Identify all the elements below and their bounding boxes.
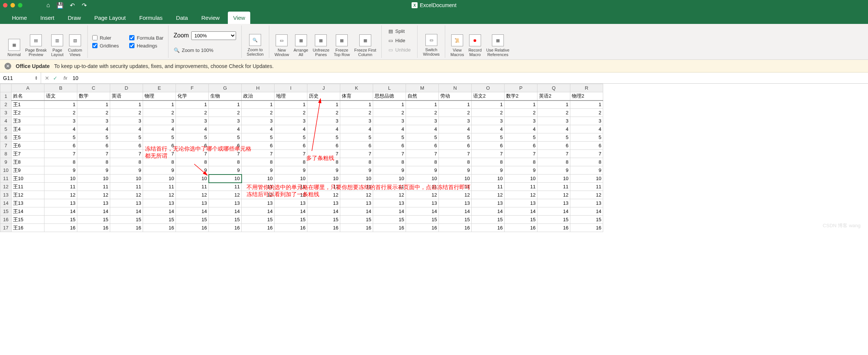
freeze-first-column-button[interactable]: ▦Freeze First Column: [352, 25, 379, 58]
zoom-selection-button[interactable]: 🔍Zoom to Selection: [245, 25, 266, 58]
row-header-17[interactable]: 17: [0, 224, 12, 232]
cell[interactable]: 5: [176, 133, 209, 142]
cell[interactable]: 7: [505, 150, 537, 158]
cell[interactable]: 16: [373, 224, 406, 232]
cell[interactable]: 5: [209, 133, 242, 142]
cell[interactable]: 6: [373, 142, 406, 150]
tab-data[interactable]: Data: [171, 12, 193, 24]
cell[interactable]: 12: [406, 191, 439, 199]
cell[interactable]: 8: [242, 158, 275, 166]
cell[interactable]: 3: [176, 117, 209, 125]
cell[interactable]: 13: [209, 199, 242, 207]
cell[interactable]: 自然: [406, 92, 439, 101]
cell[interactable]: 3: [439, 117, 472, 125]
cell[interactable]: 政治: [242, 92, 275, 101]
cell[interactable]: 3: [570, 117, 603, 125]
cell[interactable]: 8: [570, 158, 603, 166]
cell[interactable]: 地理: [275, 92, 307, 101]
cell[interactable]: 5: [537, 133, 570, 142]
cell[interactable]: 5: [44, 133, 77, 142]
cell[interactable]: 11: [176, 183, 209, 191]
cell[interactable]: 14: [472, 207, 505, 216]
cell[interactable]: 12: [110, 191, 143, 199]
cell[interactable]: 英语: [110, 92, 143, 101]
cell[interactable]: 8: [77, 158, 110, 166]
cell[interactable]: 6: [340, 142, 373, 150]
cell[interactable]: 10: [307, 175, 340, 183]
cell[interactable]: 13: [340, 199, 373, 207]
cell[interactable]: 8: [275, 158, 307, 166]
cell[interactable]: 王2: [12, 109, 44, 117]
cell[interactable]: 6: [472, 142, 505, 150]
cell[interactable]: 7: [439, 150, 472, 158]
cell[interactable]: 1: [143, 101, 176, 109]
new-window-button[interactable]: ▭New Window: [272, 25, 291, 58]
cell[interactable]: 13: [406, 199, 439, 207]
cell[interactable]: 王9: [12, 166, 44, 175]
cell[interactable]: 13: [44, 199, 77, 207]
cell[interactable]: 王10: [12, 175, 44, 183]
cell[interactable]: 13: [373, 199, 406, 207]
cell[interactable]: 10: [340, 175, 373, 183]
cell[interactable]: 王4: [12, 125, 44, 133]
row-header-2[interactable]: 2: [0, 101, 12, 109]
cell[interactable]: 11: [570, 183, 603, 191]
cell[interactable]: 11: [143, 183, 176, 191]
row-header-8[interactable]: 8: [0, 150, 12, 158]
cell[interactable]: 6: [242, 142, 275, 150]
cell[interactable]: 3: [242, 117, 275, 125]
cell[interactable]: 1: [439, 101, 472, 109]
row-header-1[interactable]: 1: [0, 92, 12, 101]
cell[interactable]: 5: [242, 133, 275, 142]
cell[interactable]: 16: [472, 224, 505, 232]
tab-formulas[interactable]: Formulas: [134, 12, 168, 24]
cell[interactable]: 4: [275, 125, 307, 133]
cell[interactable]: 13: [570, 199, 603, 207]
cell[interactable]: 10: [143, 175, 176, 183]
cell[interactable]: 7: [472, 150, 505, 158]
cell[interactable]: 2: [537, 109, 570, 117]
confirm-icon[interactable]: ✓: [53, 75, 58, 81]
cell[interactable]: 10: [570, 175, 603, 183]
cell[interactable]: 思想品德: [373, 92, 406, 101]
cell[interactable]: 1: [340, 101, 373, 109]
cell[interactable]: 2: [143, 109, 176, 117]
cell[interactable]: 15: [373, 216, 406, 224]
cell[interactable]: 王13: [12, 199, 44, 207]
cell[interactable]: 11: [307, 183, 340, 191]
row-header-6[interactable]: 6: [0, 133, 12, 142]
headings-checkbox[interactable]: Headings: [129, 43, 164, 49]
home-icon[interactable]: ⌂: [45, 2, 52, 9]
name-box[interactable]: G11 ▲▼: [0, 72, 41, 83]
cell[interactable]: 15: [406, 216, 439, 224]
cell[interactable]: 姓名: [12, 92, 44, 101]
cell[interactable]: 6: [44, 142, 77, 150]
row-header-10[interactable]: 10: [0, 166, 12, 175]
cell[interactable]: 10: [275, 175, 307, 183]
cell[interactable]: 13: [110, 199, 143, 207]
cell[interactable]: 11: [505, 183, 537, 191]
cell[interactable]: 9: [77, 166, 110, 175]
cell[interactable]: 6: [505, 142, 537, 150]
cell[interactable]: 15: [537, 216, 570, 224]
cell[interactable]: 8: [340, 158, 373, 166]
cell[interactable]: 3: [44, 117, 77, 125]
minimize-icon[interactable]: [10, 3, 15, 7]
cell[interactable]: 11: [406, 183, 439, 191]
cell[interactable]: 16: [406, 224, 439, 232]
cell[interactable]: 13: [505, 199, 537, 207]
cell[interactable]: 语文: [44, 92, 77, 101]
cell[interactable]: 15: [209, 216, 242, 224]
cell[interactable]: 14: [176, 207, 209, 216]
cell[interactable]: 6: [275, 142, 307, 150]
cell[interactable]: 4: [77, 125, 110, 133]
cell[interactable]: 1: [537, 101, 570, 109]
cell[interactable]: 物理: [143, 92, 176, 101]
cell[interactable]: 2: [44, 109, 77, 117]
cell[interactable]: 11: [44, 183, 77, 191]
save-icon[interactable]: 💾: [57, 2, 63, 9]
cell[interactable]: 4: [44, 125, 77, 133]
cell[interactable]: 1: [176, 101, 209, 109]
cell[interactable]: 11: [537, 183, 570, 191]
cell[interactable]: 8: [373, 158, 406, 166]
